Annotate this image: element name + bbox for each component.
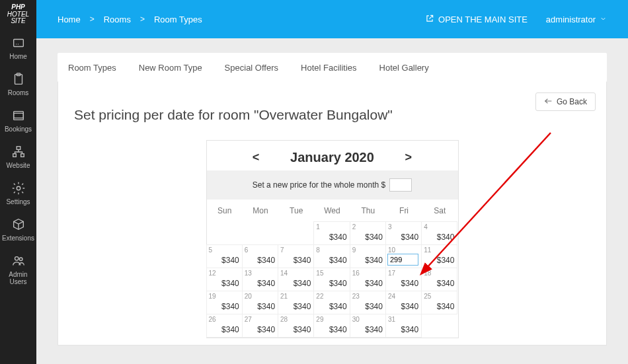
nav-admin-users[interactable]: Admin Users — [0, 247, 36, 291]
calendar-day-number: 16 — [352, 270, 360, 277]
calendar-cell[interactable]: 10 — [385, 244, 422, 268]
calendar-day-price: $340 — [401, 279, 418, 288]
calendar-bulk-price-row: Set a new price for the whole month $ — [207, 170, 458, 200]
calendar-cell[interactable]: 24$340 — [385, 291, 422, 314]
calendar-day-number: 19 — [209, 293, 216, 300]
back-arrow-icon — [544, 97, 553, 106]
logo: PHP HOTEL SITE — [5, 0, 32, 29]
stack-icon — [0, 108, 36, 123]
crumb-home[interactable]: Home — [58, 15, 81, 24]
calendar-day-price: $340 — [329, 256, 347, 265]
svg-rect-0 — [13, 39, 23, 46]
svg-point-8 — [17, 186, 20, 190]
calendar-day-price: $340 — [365, 302, 383, 311]
calendar-price-input[interactable] — [387, 254, 418, 266]
crumb-room-types[interactable]: Room Types — [154, 15, 202, 24]
svg-rect-3 — [13, 111, 23, 118]
calendar-day-number: 15 — [316, 270, 323, 277]
nav-home[interactable]: Home — [0, 29, 36, 65]
tab-hotel-gallery[interactable]: Hotel Gallery — [379, 63, 429, 73]
nav-website[interactable]: Website — [0, 138, 36, 174]
calendar-cell[interactable]: 6$340 — [242, 244, 278, 268]
nav-extensions[interactable]: Extensions — [0, 211, 36, 247]
bulk-price-label: Set a new price for the whole month $ — [253, 180, 385, 190]
calendar-cell[interactable]: 4$340 — [421, 221, 457, 245]
go-back-button[interactable]: Go Back — [535, 92, 596, 111]
calendar-cell[interactable]: 14$340 — [278, 268, 314, 291]
calendar-cell[interactable]: 27$340 — [242, 314, 278, 338]
calendar-cell[interactable]: 13$340 — [242, 268, 278, 291]
tab-room-types[interactable]: Room Types — [68, 63, 116, 73]
nav-bookings[interactable]: Bookings — [0, 102, 36, 138]
calendar-prev[interactable]: < — [249, 151, 262, 164]
calendar-cell[interactable]: 18$340 — [421, 268, 457, 291]
calendar-day-number: 13 — [245, 270, 252, 277]
calendar-day-price: $340 — [257, 325, 275, 334]
calendar-cell[interactable]: 17$340 — [385, 268, 422, 291]
sub-tabs: Room Types New Room Type Special Offers … — [58, 53, 607, 82]
calendar-cell[interactable]: 26$340 — [206, 314, 243, 338]
calendar-day-number: 27 — [245, 316, 252, 323]
bulk-price-input[interactable] — [389, 178, 412, 192]
calendar-day-number: 22 — [316, 293, 323, 300]
calendar-cell[interactable]: 2$340 — [350, 221, 386, 245]
calendar-cell[interactable]: 9$340 — [350, 244, 386, 268]
calendar-day-header: Tue — [278, 200, 314, 222]
tab-special-offers[interactable]: Special Offers — [225, 63, 278, 73]
svg-rect-6 — [13, 153, 16, 157]
calendar-cell[interactable]: 20$340 — [242, 291, 278, 314]
calendar-cell[interactable]: 30$340 — [350, 314, 386, 338]
page: Room Types New Room Type Special Offers … — [36, 38, 628, 364]
calendar-day-number: 24 — [388, 293, 395, 300]
calendar-day-price: $340 — [365, 233, 383, 242]
user-menu[interactable]: administrator — [546, 15, 607, 24]
calendar-cell[interactable]: 7$340 — [278, 244, 314, 268]
calendar-day-number: 10 — [388, 246, 395, 254]
calendar-cell[interactable]: 21$340 — [278, 291, 314, 314]
calendar-cell[interactable]: 22$340 — [313, 291, 350, 314]
calendar-day-number: 1 — [316, 223, 320, 231]
calendar-cell[interactable]: 3$340 — [385, 221, 422, 245]
calendar-cell[interactable]: 16$340 — [350, 268, 386, 291]
calendar-day-number: 7 — [280, 246, 284, 254]
calendar-day-price: $340 — [294, 325, 311, 334]
calendar-day-price: $340 — [329, 233, 347, 242]
nav-rooms[interactable]: Rooms — [0, 65, 36, 102]
calendar-next[interactable]: > — [402, 151, 415, 164]
calendar-day-number: 21 — [280, 293, 288, 300]
crumb-rooms[interactable]: Rooms — [104, 15, 131, 24]
calendar-cell[interactable]: 19$340 — [206, 291, 243, 314]
calendar-cell — [242, 221, 278, 245]
cube-icon — [0, 217, 36, 232]
calendar-day-number: 28 — [280, 316, 288, 323]
calendar-day-number: 26 — [209, 316, 216, 323]
calendar-day-header: Sat — [422, 200, 457, 222]
tab-new-room-type[interactable]: New Room Type — [139, 63, 202, 73]
top-bar: Home > Rooms > Room Types OPEN THE MAIN … — [36, 0, 628, 38]
calendar-day-price: $340 — [437, 233, 455, 242]
open-main-site-link[interactable]: OPEN THE MAIN SITE — [425, 14, 528, 25]
tab-hotel-facilities[interactable]: Hotel Facilities — [301, 63, 357, 73]
calendar-day-number: 2 — [352, 223, 356, 231]
calendar-cell[interactable]: 1$340 — [313, 221, 350, 245]
calendar-cell[interactable]: 15$340 — [313, 268, 350, 291]
calendar-cell[interactable]: 11$340 — [421, 244, 457, 268]
calendar-cell[interactable]: 28$340 — [278, 314, 314, 338]
svg-point-9 — [15, 256, 19, 260]
calendar-cell[interactable]: 12$340 — [206, 268, 243, 291]
calendar-cell[interactable]: 29$340 — [313, 314, 350, 338]
calendar-cell[interactable]: 8$340 — [313, 244, 350, 268]
calendar-day-number: 31 — [388, 316, 395, 323]
nav-settings[interactable]: Settings — [0, 174, 36, 211]
breadcrumb: Home > Rooms > Room Types — [58, 15, 202, 24]
calendar-cell[interactable]: 23$340 — [350, 291, 386, 314]
calendar-day-price: $340 — [437, 256, 455, 265]
calendar-day-price: $340 — [365, 279, 383, 288]
external-link-icon — [425, 14, 434, 25]
calendar-cell[interactable]: 25$340 — [421, 291, 457, 314]
calendar-cell[interactable]: 31$340 — [385, 314, 422, 338]
svg-rect-7 — [20, 153, 24, 157]
calendar-day-price: $340 — [329, 325, 347, 334]
calendar-day-number: 3 — [388, 223, 392, 231]
calendar-cell[interactable]: 5$340 — [206, 244, 243, 268]
